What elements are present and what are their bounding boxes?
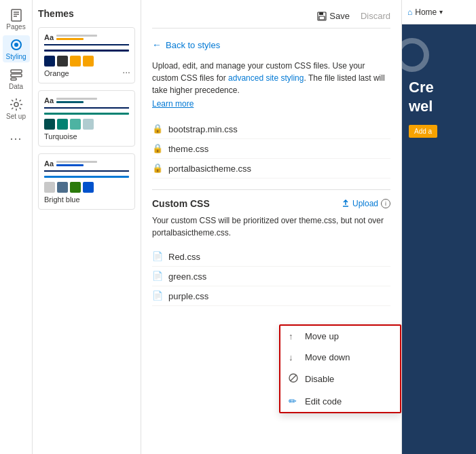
context-menu-label-editcode: Edit code (305, 396, 342, 406)
sidebar-item-setup[interactable]: Set up (3, 95, 30, 122)
custom-css-desc: Your custom CSS will be prioritized over… (152, 214, 390, 239)
theme-more-button[interactable]: ··· (122, 67, 130, 77)
custom-css-filename-green: green.css (168, 271, 206, 282)
file-icon-green: 📄 (152, 271, 163, 282)
save-icon (317, 12, 327, 21)
orange-swatch-2 (57, 56, 68, 67)
theme-name-orange: Orange (44, 69, 129, 77)
preview-top-bar: ⌂ Home ▾ (402, 0, 476, 24)
custom-css-filename-purple: purple.css (168, 291, 208, 301)
styling-icon (10, 38, 23, 52)
save-label: Save (329, 11, 350, 21)
context-menu-label-disable: Disable (305, 374, 334, 384)
theme-aa-label-bb: Aa (44, 159, 54, 168)
turq-swatch-4 (83, 119, 94, 130)
bb-swatch-1 (44, 182, 55, 193)
file-icon-purple: 📄 (152, 290, 163, 301)
save-button[interactable]: Save (317, 11, 350, 21)
back-link-label: Back to styles (166, 40, 220, 50)
css-file-list: 🔒 bootstrap.min.css 🔒 theme.css 🔒 portal… (152, 119, 390, 178)
learn-more-link[interactable]: Learn more (152, 99, 390, 109)
css-filename-theme: theme.css (168, 144, 208, 154)
theme-card-brightblue[interactable]: Aa Bright blue (38, 153, 135, 210)
svg-line-13 (291, 375, 297, 381)
css-filename-bootstrap: bootstrap.min.css (168, 124, 238, 134)
styling-label: Styling (5, 53, 26, 60)
content-area: Save Discard ← Back to styles Upload, ed… (141, 0, 401, 454)
sidebar-item-styling[interactable]: Styling (3, 35, 30, 62)
setup-label: Set up (6, 113, 26, 120)
pages-icon (10, 8, 23, 22)
preview-headline-cre: Cre (409, 79, 434, 96)
css-file-portalbasic[interactable]: 🔒 portalbasictheme.css (152, 159, 390, 178)
bb-swatch-3 (70, 182, 81, 193)
preview-circle-decoration (402, 38, 429, 72)
svg-rect-11 (319, 16, 325, 20)
pages-label: Pages (6, 23, 25, 31)
discard-button[interactable]: Discard (361, 11, 390, 21)
custom-css-file-purple[interactable]: 📄 purple.css (152, 286, 390, 306)
sidebar-item-data[interactable]: Data (3, 65, 30, 92)
info-text: Upload, edit, and manage your custom CSS… (152, 60, 390, 96)
context-menu-item-disable[interactable]: Disable (280, 368, 400, 390)
preview-content: Cre wel Add a (402, 24, 476, 454)
custom-css-file-green[interactable]: 📄 green.css (152, 267, 390, 286)
preview-add-button: Add a (409, 125, 437, 138)
svg-point-8 (14, 102, 18, 107)
bb-swatch-2 (57, 182, 68, 193)
more-icon: ··· (10, 132, 23, 145)
orange-swatch-1 (44, 56, 55, 67)
upload-icon (342, 200, 350, 208)
theme-aa-label: Aa (44, 33, 54, 41)
bb-swatch-4 (83, 182, 94, 193)
disable-icon (289, 373, 299, 385)
data-label: Data (9, 83, 23, 90)
context-menu: ↑ Move up ↓ Move down Disable ✏ Edit cod… (279, 324, 401, 413)
css-file-theme[interactable]: 🔒 theme.css (152, 139, 390, 159)
theme-card-turquoise[interactable]: Aa Turquoise (38, 90, 135, 147)
back-arrow-icon: ← (152, 39, 162, 50)
discard-label: Discard (361, 11, 390, 21)
sidebar-item-pages[interactable]: Pages (3, 5, 30, 33)
svg-rect-0 (12, 10, 21, 21)
sidebar-item-more[interactable]: ··· (3, 125, 30, 152)
home-label: Home (415, 7, 437, 17)
home-icon: ⌂ (407, 7, 412, 17)
upload-label: Upload (352, 199, 378, 208)
file-icon-portalbasic: 🔒 (152, 163, 163, 174)
svg-rect-10 (319, 12, 323, 15)
custom-css-file-red[interactable]: 📄 Red.css (152, 247, 390, 267)
theme-name-turquoise: Turquoise (44, 132, 129, 140)
left-sidebar: Pages Styling Data Set up ··· (0, 0, 33, 454)
move-up-icon: ↑ (289, 331, 299, 341)
css-filename-portalbasic: portalbasictheme.css (168, 164, 251, 174)
custom-css-filename-red: Red.css (168, 252, 200, 262)
orange-swatch-4 (83, 56, 94, 67)
context-menu-item-movedown[interactable]: ↓ Move down (280, 347, 400, 368)
context-menu-label-moveup: Move up (305, 331, 339, 341)
theme-aa-label-turq: Aa (44, 96, 54, 105)
themes-panel: Themes Aa Orange ··· Aa (33, 0, 141, 454)
svg-rect-6 (11, 74, 22, 77)
css-file-bootstrap[interactable]: 🔒 bootstrap.min.css (152, 119, 390, 139)
file-icon-bootstrap: 🔒 (152, 124, 163, 134)
turq-swatch-2 (57, 119, 68, 130)
back-to-styles-link[interactable]: ← Back to styles (152, 39, 390, 50)
preview-headline-wel: wel (409, 98, 433, 115)
file-icon-theme: 🔒 (152, 143, 163, 154)
theme-card-orange[interactable]: Aa Orange ··· (38, 27, 135, 83)
home-chevron-icon: ▾ (439, 8, 443, 16)
upload-button[interactable]: Upload i (342, 199, 390, 208)
turq-swatch-1 (44, 119, 55, 130)
setup-icon (10, 98, 23, 111)
file-icon-red: 📄 (152, 251, 163, 262)
svg-rect-5 (11, 70, 22, 73)
context-menu-item-editcode[interactable]: ✏ Edit code (280, 390, 400, 412)
data-icon (10, 68, 23, 81)
themes-title: Themes (38, 8, 135, 19)
turq-swatch-3 (70, 119, 81, 130)
svg-rect-7 (11, 78, 16, 80)
custom-css-title: Custom CSS (152, 198, 210, 209)
custom-css-file-list: 📄 Red.css 📄 green.css 📄 purple.css (152, 247, 390, 306)
context-menu-item-moveup[interactable]: ↑ Move up (280, 326, 400, 347)
